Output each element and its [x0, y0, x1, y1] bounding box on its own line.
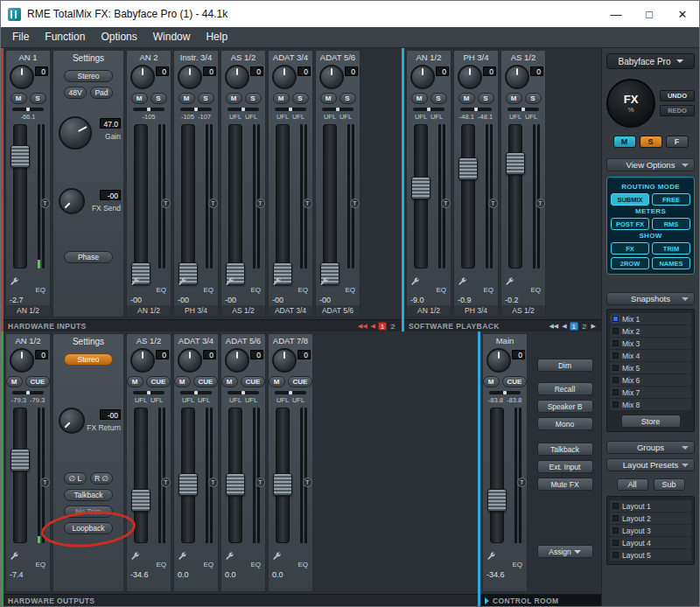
trim-button[interactable]: T	[488, 199, 498, 208]
wrench-icon[interactable]	[178, 548, 187, 558]
solo-cue-button[interactable]: CUE	[241, 376, 266, 387]
eq-label[interactable]: EQ	[512, 561, 522, 569]
pan-gain-knob[interactable]	[178, 348, 202, 373]
snapshot-item-5[interactable]: Mix 5	[610, 362, 691, 373]
mute-button[interactable]: M	[458, 93, 475, 104]
hardware-outputs-label[interactable]: HARDWARE OUTPUTS	[8, 597, 473, 605]
trim-button[interactable]: T	[350, 199, 360, 208]
control-room-label[interactable]: CONTROL ROOM	[493, 597, 597, 605]
pan-indicator[interactable]	[12, 391, 44, 394]
eq-label[interactable]: EQ	[203, 561, 214, 569]
fader-track[interactable]	[508, 124, 522, 269]
fader-track[interactable]	[134, 408, 148, 543]
solo-cue-button[interactable]: S	[30, 93, 46, 104]
snapshots-header[interactable]: Snapshots	[606, 292, 695, 305]
page-1-button[interactable]: 1	[378, 322, 387, 331]
snapshot-item-3[interactable]: Mix 3	[610, 338, 691, 349]
wrench-icon[interactable]	[178, 274, 187, 283]
pan-indicator[interactable]	[322, 108, 354, 111]
channel-name[interactable]: AN 2	[127, 52, 171, 63]
expand-icon[interactable]	[485, 597, 489, 604]
menu-help[interactable]: Help	[198, 27, 235, 47]
device-selector[interactable]: Babyface Pro	[606, 53, 695, 69]
layout-item-5[interactable]: Layout 5	[610, 549, 691, 561]
mute-button[interactable]: M	[269, 376, 285, 387]
pan-indicator[interactable]	[275, 108, 306, 111]
solo-cue-button[interactable]: S	[198, 93, 214, 104]
recall-button[interactable]: Recall	[537, 382, 593, 395]
page-1-button[interactable]: 1	[570, 322, 578, 331]
solo-cue-button[interactable]: S	[525, 93, 542, 104]
eq-label[interactable]: EQ	[203, 286, 214, 294]
groups-header[interactable]: Groups	[606, 441, 695, 454]
channel-name[interactable]: ADAT 5/6	[221, 335, 265, 346]
trim-button[interactable]: T	[256, 478, 265, 487]
page-first-button[interactable]: ◀◀	[548, 322, 559, 331]
wrench-icon[interactable]	[505, 274, 514, 283]
layout-item-3[interactable]: Layout 3	[610, 525, 691, 536]
gain-knob[interactable]	[59, 116, 92, 150]
fader-group-button[interactable]: F	[666, 136, 689, 148]
assign-button[interactable]: Assign	[537, 545, 593, 558]
channel-name[interactable]: AN 1/2	[407, 52, 451, 63]
channel-name[interactable]: AS 1/2	[221, 52, 265, 63]
pan-indicator[interactable]	[133, 108, 164, 111]
fader-track[interactable]	[181, 124, 195, 269]
snapshot-item-8[interactable]: Mix 8	[610, 399, 691, 410]
wrench-icon[interactable]	[272, 548, 282, 558]
talkback-button[interactable]: Talkback	[537, 443, 593, 456]
pan-indicator[interactable]	[460, 108, 492, 111]
channel-name[interactable]: ADAT 7/8	[269, 335, 312, 346]
page-next-button[interactable]: ▶	[591, 322, 597, 331]
eq-label[interactable]: EQ	[35, 286, 46, 294]
mono-button[interactable]: Mono	[537, 417, 593, 430]
eq-label[interactable]: EQ	[530, 286, 541, 294]
trim-button[interactable]: T	[441, 199, 451, 208]
pan-gain-knob[interactable]	[319, 65, 344, 89]
minimize-button[interactable]: —	[599, 1, 633, 27]
pan-gain-knob[interactable]	[10, 348, 34, 373]
trim-button[interactable]: T	[536, 199, 545, 208]
redo-button[interactable]: REDO	[660, 105, 695, 116]
snapshot-item-2[interactable]: Mix 2	[610, 325, 691, 337]
sub-button[interactable]: Sub	[654, 478, 685, 491]
wrench-icon[interactable]	[319, 274, 329, 283]
software-playback-label[interactable]: SOFTWARE PLAYBACK	[409, 322, 548, 331]
page-2-button[interactable]: 2	[388, 322, 397, 331]
page-first-button[interactable]: ◀◀	[357, 322, 368, 331]
channel-name[interactable]: ADAT 5/6	[316, 52, 360, 63]
mute-button[interactable]: M	[131, 93, 148, 104]
fader-track[interactable]	[228, 124, 242, 269]
solo-cue-button[interactable]: CUE	[288, 376, 313, 387]
trim-button[interactable]: T	[256, 199, 265, 208]
mute-button[interactable]: M	[506, 93, 522, 104]
pan-gain-knob[interactable]	[130, 348, 155, 373]
fader-handle[interactable]	[10, 449, 30, 471]
free-button[interactable]: FREE	[652, 193, 690, 206]
loopback-button[interactable]: Loopback	[64, 522, 113, 534]
channel-name[interactable]: Instr. 3/4	[174, 52, 218, 63]
pan-gain-knob[interactable]	[272, 348, 297, 373]
fader-track[interactable]	[323, 124, 337, 269]
all-button[interactable]: All	[617, 478, 648, 491]
pan-indicator[interactable]	[413, 108, 444, 111]
menu-function[interactable]: Function	[37, 27, 93, 47]
show-trim-button[interactable]: TRIM	[652, 242, 690, 255]
mute-button[interactable]: M	[483, 376, 500, 387]
pan-indicator[interactable]	[180, 391, 212, 394]
show-fx-button[interactable]: FX	[611, 242, 649, 255]
fader-handle[interactable]	[487, 489, 507, 512]
pan-indicator[interactable]	[508, 108, 539, 111]
channel-name[interactable]: AS 1/2	[501, 52, 545, 63]
menu-window[interactable]: Window	[145, 27, 199, 47]
view-options-header[interactable]: View Options	[606, 158, 695, 171]
talkback-button[interactable]: Talkback	[64, 489, 113, 501]
eq-label[interactable]: EQ	[156, 561, 166, 569]
wrench-icon[interactable]	[486, 548, 496, 558]
snapshot-item-1[interactable]: Mix 1	[610, 313, 691, 324]
mute-button[interactable]: M	[127, 376, 144, 387]
fader-handle[interactable]	[10, 145, 30, 168]
wrench-icon[interactable]	[10, 274, 19, 283]
phantom-48v-button[interactable]: 48V	[64, 87, 87, 99]
eq-label[interactable]: EQ	[436, 286, 446, 294]
